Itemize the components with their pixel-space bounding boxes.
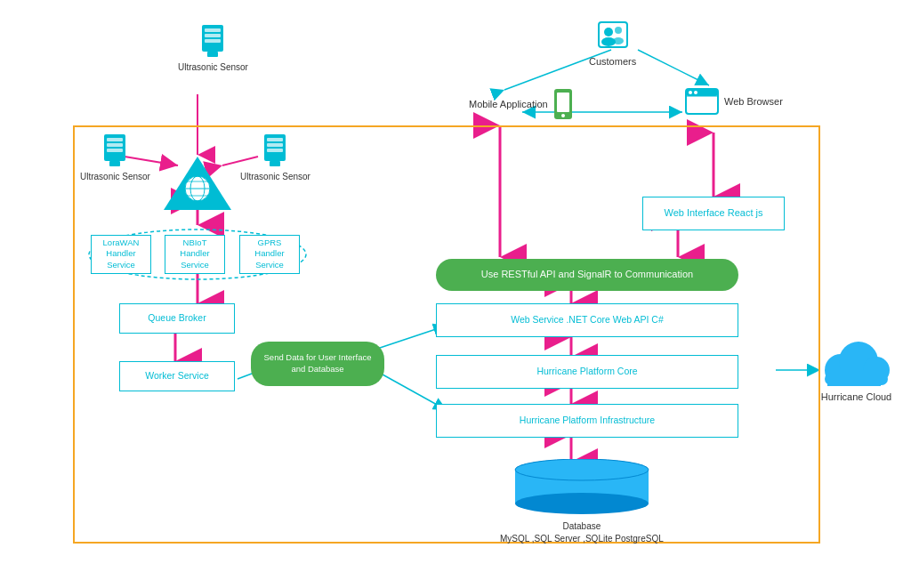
ultrasonic-sensor-top: Ultrasonic Sensor (178, 23, 248, 72)
svg-rect-38 (107, 138, 123, 141)
svg-rect-46 (270, 161, 280, 166)
svg-point-55 (604, 28, 613, 36)
svg-point-56 (615, 27, 622, 34)
handler-services-group: LoraWAN Handler Service NBIoT Handler Se… (86, 228, 309, 281)
svg-rect-45 (267, 149, 283, 152)
database-label: Database MySQL ,SQL Server ,SQLite Postg… (500, 520, 664, 545)
mobile-app-label: Mobile Application (469, 99, 548, 109)
web-browser-icon (685, 88, 719, 115)
mobile-app-group: Mobile Application (469, 88, 573, 120)
svg-rect-40 (107, 149, 123, 152)
gprs-handler-box: GPRS Handler Service (239, 235, 300, 274)
svg-rect-76 (825, 373, 888, 385)
svg-rect-41 (109, 161, 120, 166)
svg-point-69 (515, 493, 649, 514)
web-browser-group: Web Browser (685, 88, 783, 115)
svg-rect-34 (205, 34, 221, 37)
gateway-triangle (162, 155, 233, 214)
svg-rect-36 (207, 52, 218, 57)
svg-rect-44 (267, 143, 283, 147)
ultrasonic-sensor-left: Ultrasonic Sensor (80, 133, 150, 181)
architecture-diagram: Ultrasonic Sensor Ultrasonic Sensor Ultr… (20, 10, 891, 579)
hurricane-cloud-label: Hurricane Cloud (818, 391, 894, 402)
sensor-icon-top (198, 23, 227, 59)
svg-rect-60 (557, 93, 569, 112)
customers-group: Customers (589, 20, 636, 67)
lorawan-handler-box: LoraWAN Handler Service (91, 235, 151, 274)
restful-api-box: Use RESTful API and SignalR to Communica… (436, 259, 738, 291)
svg-rect-35 (205, 39, 221, 43)
web-browser-label: Web Browser (724, 96, 783, 107)
svg-point-65 (689, 91, 692, 94)
queue-broker-box: Queue Broker (119, 303, 235, 334)
svg-rect-43 (267, 138, 283, 141)
ultrasonic-sensor-left-label: Ultrasonic Sensor (80, 172, 150, 181)
svg-point-66 (694, 91, 697, 94)
web-interface-box: Web Interface React js (642, 197, 785, 230)
svg-point-61 (561, 114, 565, 117)
worker-service-box: Worker Service (119, 361, 235, 391)
ultrasonic-sensor-top-label: Ultrasonic Sensor (178, 62, 248, 72)
database-icon (511, 459, 653, 517)
customers-icon (597, 20, 629, 52)
ultrasonic-sensor-right-label: Ultrasonic Sensor (240, 172, 310, 181)
web-service-box: Web Service .NET Core Web API C# (436, 303, 738, 337)
ultrasonic-sensor-right: Ultrasonic Sensor (240, 133, 310, 181)
svg-point-58 (613, 37, 624, 44)
cloud-icon (818, 339, 894, 388)
customers-label: Customers (589, 56, 636, 67)
svg-line-28 (638, 50, 709, 85)
hurricane-cloud-group: Hurricane Cloud (818, 339, 894, 402)
hurricane-core-box: Hurricane Platform Core (436, 355, 738, 389)
hurricane-infra-box: Hurricane Platform Infrastructure (436, 404, 738, 438)
svg-rect-39 (107, 143, 123, 147)
svg-rect-33 (205, 28, 221, 32)
sensor-icon-right (261, 133, 289, 168)
sensor-icon-left (101, 133, 129, 168)
send-data-box: Send Data for User Interface and Databas… (251, 342, 384, 386)
mobile-app-icon (553, 88, 573, 120)
nbiot-handler-box: NBIoT Handler Service (165, 235, 225, 274)
gateway-icon (162, 155, 233, 213)
database-group: Database MySQL ,SQL Server ,SQLite Postg… (500, 459, 664, 545)
